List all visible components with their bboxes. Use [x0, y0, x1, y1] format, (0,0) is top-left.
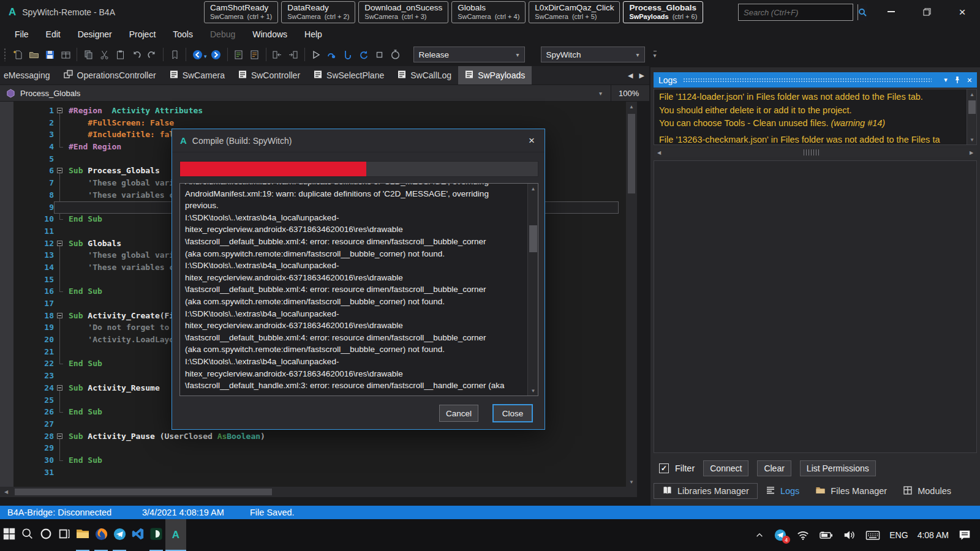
tab-modules[interactable]: Modules — [895, 483, 959, 499]
editor-vertical-scrollbar[interactable]: ▲ ▼ — [626, 102, 637, 487]
editor-zoom-level[interactable]: 100% — [611, 89, 649, 98]
bookmark-tab-download_onsucess[interactable]: Download_onSucessSwCamera (ctrl + 3) — [358, 1, 448, 23]
touch-keyboard-icon[interactable] — [865, 528, 880, 542]
module-tab-swcalllog[interactable]: SwCallLog — [391, 66, 458, 84]
bookmark-tab-l0xdircamqaz_click[interactable]: L0xDirCamQaz_ClickSwCamera (ctrl + 5) — [529, 1, 620, 23]
panel-menu-icon[interactable]: ▾ — [944, 76, 948, 84]
fold-collapse-icon[interactable] — [57, 168, 62, 173]
tab-files-manager[interactable]: Files Manager — [807, 483, 895, 499]
clock[interactable]: 4:08 AM — [918, 530, 949, 540]
build-target-dropdown[interactable]: SpyWitch▾ — [541, 47, 645, 62]
outdent-button[interactable] — [270, 47, 285, 62]
fold-collapse-icon[interactable] — [57, 241, 62, 246]
clear-button[interactable]: Clear — [757, 460, 791, 476]
breadcrumb[interactable]: Process_Globals — [20, 89, 80, 98]
log-horizontal-scrollbar[interactable]: ◀ ▶ — [654, 148, 977, 157]
chevron-down-icon[interactable]: ▾ — [204, 53, 207, 59]
firefox-taskbar-icon[interactable] — [92, 519, 110, 551]
vscode-taskbar-icon[interactable] — [129, 519, 147, 551]
paste-button[interactable] — [112, 47, 128, 62]
warnings-log-box[interactable]: File '1124-loader.json' in Files folder … — [654, 89, 977, 145]
filter-checkbox[interactable]: ✓ — [659, 463, 669, 473]
device-log-area[interactable] — [654, 160, 977, 453]
scroll-left-icon[interactable]: ◀ — [628, 72, 633, 80]
comment-button[interactable] — [231, 47, 247, 62]
task-view-taskbar-icon[interactable] — [55, 519, 74, 551]
bookmark-tab-camshotready[interactable]: CamShotReadySwCamera (ctrl + 1) — [204, 1, 278, 23]
scroll-down-icon[interactable]: ▼ — [967, 135, 977, 144]
copy-button[interactable] — [80, 47, 96, 62]
cancel-button[interactable]: Cancel — [439, 405, 478, 422]
menu-edit[interactable]: Edit — [37, 24, 69, 44]
menu-file[interactable]: File — [6, 24, 37, 44]
fold-collapse-icon[interactable] — [57, 433, 62, 439]
compile-log-box[interactable]: AndroidManifest.xml:19: warn: duplicate … — [179, 183, 538, 396]
search-taskbar-icon[interactable] — [18, 519, 37, 551]
scrollbar-thumb[interactable] — [15, 489, 272, 495]
navigate-forward-button[interactable] — [208, 47, 224, 62]
menu-windows[interactable]: Windows — [244, 24, 296, 44]
redo-button[interactable] — [144, 47, 160, 62]
new-project-button[interactable] — [10, 47, 26, 62]
pin-icon[interactable] — [954, 76, 961, 84]
tab-libraries-manager[interactable]: Libraries Manager — [654, 483, 758, 499]
fold-collapse-icon[interactable] — [57, 313, 62, 318]
battery-icon[interactable] — [819, 528, 834, 542]
clean-project-button[interactable] — [388, 47, 404, 62]
module-tab-swcontroller[interactable]: SwController — [232, 66, 307, 84]
search-input[interactable] — [739, 4, 858, 20]
module-tab-emessaging[interactable]: eMessaging — [0, 66, 57, 84]
file-explorer-taskbar-icon[interactable] — [74, 519, 92, 551]
volume-icon[interactable] — [843, 528, 856, 542]
export-zip-button[interactable] — [58, 47, 74, 62]
log-vertical-scrollbar[interactable]: ▲ ▼ — [967, 89, 976, 144]
refresh-connection-button[interactable] — [356, 47, 372, 62]
menu-project[interactable]: Project — [121, 24, 165, 44]
fold-collapse-icon[interactable] — [57, 385, 62, 391]
navigate-back-button[interactable] — [189, 47, 205, 62]
cut-button[interactable] — [96, 47, 112, 62]
language-indicator[interactable]: ENG — [889, 530, 908, 540]
scrollbar-thumb[interactable] — [628, 114, 635, 193]
b4a-bridge-button[interactable] — [324, 47, 340, 62]
run-button[interactable] — [308, 47, 324, 62]
close-button[interactable]: Close — [493, 405, 532, 422]
module-tab-swpayloads[interactable]: SwPayloads — [458, 66, 532, 84]
scroll-up-icon[interactable]: ▲ — [967, 89, 977, 99]
tray-telegram-icon[interactable]: 4 — [774, 528, 787, 542]
scrollbar-thumb[interactable] — [804, 149, 820, 156]
restore-button[interactable] — [909, 0, 944, 23]
green-app-taskbar-icon[interactable] — [147, 519, 165, 551]
fold-collapse-icon[interactable] — [57, 108, 62, 113]
module-tab-swcamera[interactable]: SwCamera — [163, 66, 232, 84]
menu-help[interactable]: Help — [296, 24, 331, 44]
bookmark-button[interactable] — [167, 47, 183, 62]
scroll-left-icon[interactable]: ◀ — [654, 150, 665, 156]
tab-logs[interactable]: Logs — [758, 483, 807, 499]
start-button[interactable] — [0, 519, 18, 551]
list-permissions-button[interactable]: List Permissions — [800, 460, 876, 476]
tray-chevron-up-icon[interactable] — [755, 530, 764, 540]
telegram-taskbar-icon[interactable] — [110, 519, 129, 551]
bookmark-tab-process_globals[interactable]: Process_GlobalsSwPayloads (ctrl + 6) — [623, 1, 703, 23]
menu-tools[interactable]: Tools — [164, 24, 202, 44]
scroll-up-icon[interactable]: ▲ — [528, 184, 538, 193]
chevron-down-icon[interactable]: ▾ — [599, 90, 611, 97]
b4a-taskbar-icon[interactable]: A — [165, 519, 186, 551]
close-button[interactable]: × — [944, 0, 980, 23]
editor-horizontal-scrollbar[interactable]: ◀ — [0, 487, 637, 497]
bookmark-tab-globals[interactable]: GlobalsSwCamera (ctrl + 4) — [451, 1, 526, 23]
cortana-taskbar-icon[interactable] — [37, 519, 55, 551]
connect-device-button[interactable] — [340, 47, 356, 62]
panel-close-icon[interactable]: × — [967, 75, 972, 85]
module-tab-swselectplane[interactable]: SwSelectPlane — [307, 66, 391, 84]
scroll-right-icon[interactable]: ▶ — [639, 72, 644, 80]
dialog-close-button[interactable]: × — [519, 135, 545, 147]
connect-button[interactable]: Connect — [703, 460, 748, 476]
toolbar-overflow-button[interactable]: ▾ — [654, 51, 657, 59]
menu-designer[interactable]: Designer — [69, 24, 121, 44]
open-project-button[interactable] — [26, 47, 42, 62]
undo-button[interactable] — [128, 47, 144, 62]
scroll-right-icon[interactable]: ▶ — [966, 150, 977, 156]
dialog-scrollbar[interactable]: ▲ ▼ — [527, 184, 538, 395]
